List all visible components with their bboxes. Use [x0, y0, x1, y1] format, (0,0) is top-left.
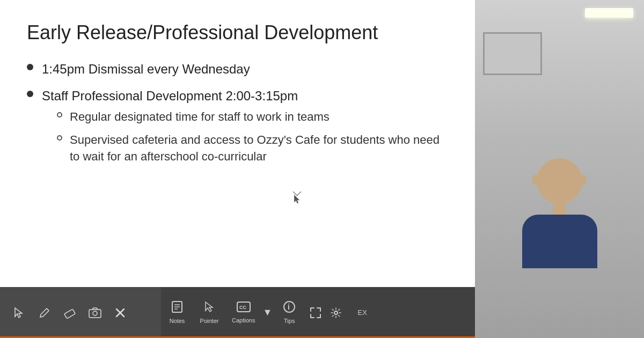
fullscreen-button[interactable]	[305, 303, 326, 323]
toolbar-buttons: Q & A Notes Pointer	[129, 287, 378, 338]
tips-label: Tips	[284, 318, 295, 324]
right-ear	[580, 174, 587, 185]
pointer-label: Pointer	[200, 318, 219, 324]
camera-button[interactable]	[84, 302, 106, 324]
close-button[interactable]	[109, 302, 131, 324]
wall-frame	[483, 32, 542, 75]
left-ear	[532, 174, 539, 185]
ceiling-light	[585, 8, 633, 18]
captions-label: Captions	[232, 317, 255, 324]
sub-bullet-2: Supervised cafeteria and access to Ozzy'…	[57, 132, 448, 165]
presentation-slide: Early Release/Professional Development 1…	[0, 0, 475, 287]
captions-button[interactable]: CC Captions	[225, 298, 261, 327]
bullet-dot-1	[27, 64, 33, 70]
bullet-item-2-content: Staff Professional Development 2:00-3:15…	[42, 87, 448, 172]
svg-rect-13	[64, 309, 76, 319]
svg-text:i: i	[288, 303, 290, 311]
notes-button[interactable]: Notes	[161, 298, 193, 327]
pen-button[interactable]	[33, 302, 56, 324]
bullet-item-2: Staff Professional Development 2:00-3:15…	[27, 87, 448, 172]
sub-bullet-1: Regular designated time for staff to wor…	[57, 109, 448, 126]
sub-bullet-circle-1	[57, 112, 62, 117]
slide-title: Early Release/Professional Development	[27, 21, 448, 44]
bullet-text-1: 1:45pm Dismissal every Wednesday	[42, 60, 250, 78]
bullet-item-1: 1:45pm Dismissal every Wednesday	[27, 60, 448, 78]
svg-text:CC: CC	[239, 305, 246, 310]
sub-bullet-text-1: Regular designated time for staff to wor…	[70, 109, 330, 126]
notes-icon	[171, 301, 183, 316]
cursor-mode-button[interactable]	[8, 302, 31, 324]
captions-icon: CC	[237, 302, 251, 315]
captions-dropdown[interactable]: ▼	[262, 307, 272, 318]
left-controls-bar	[0, 287, 161, 338]
bullet-dot-2	[27, 91, 33, 97]
pointer-icon	[203, 301, 215, 316]
tips-icon: i	[283, 301, 295, 316]
settings-button[interactable]	[326, 303, 346, 323]
notes-label: Notes	[170, 318, 185, 324]
sub-bullet-text-2: Supervised cafeteria and access to Ozzy'…	[70, 132, 448, 165]
person-silhouette	[522, 158, 597, 268]
slide-content: 1:45pm Dismissal every Wednesday Staff P…	[27, 60, 448, 172]
pointer-button[interactable]: Pointer	[193, 298, 225, 327]
video-feed	[475, 0, 644, 338]
tips-button[interactable]: i Tips	[273, 298, 305, 327]
person-body	[522, 215, 597, 268]
person-head	[537, 158, 582, 204]
sub-bullet-circle-2	[57, 135, 62, 141]
sub-bullets: Regular designated time for staff to wor…	[57, 109, 448, 165]
exit-button[interactable]: EX	[346, 305, 378, 320]
bullet-text-2: Staff Professional Development 2:00-3:15…	[42, 89, 298, 103]
exit-label: EX	[358, 308, 367, 317]
eraser-button[interactable]	[58, 302, 81, 324]
svg-point-15	[93, 311, 97, 315]
person-neck	[553, 204, 566, 215]
svg-point-12	[334, 311, 338, 314]
